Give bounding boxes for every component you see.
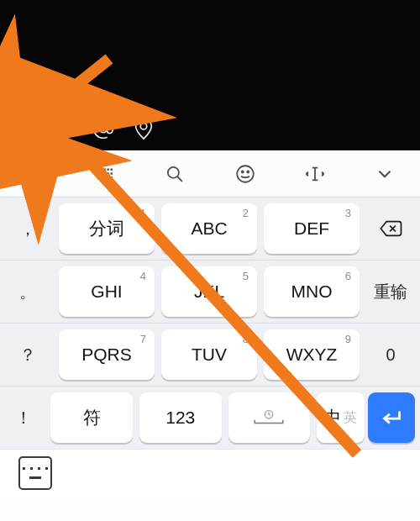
enter-key[interactable] (368, 392, 415, 443)
svg-point-21 (168, 166, 179, 177)
reinput-key[interactable]: 重输 (363, 260, 418, 323)
key-mno[interactable]: 6MNO (264, 266, 360, 317)
svg-rect-11 (107, 168, 108, 170)
keyboard-bottom-bar (0, 449, 420, 497)
at-icon[interactable] (91, 116, 116, 141)
key-wxyz[interactable]: 9WXYZ (264, 329, 360, 380)
keyboard: ， 1分词 2ABC 3DEF 。 4GHI 5JKL 6MNO 重输 ？ 7P… (0, 197, 420, 497)
key-def[interactable]: 3DEF (264, 203, 360, 254)
svg-rect-16 (107, 172, 108, 174)
svg-rect-17 (110, 172, 112, 174)
svg-point-2 (99, 124, 107, 132)
space-key[interactable] (228, 392, 311, 443)
compose-options-bar (0, 107, 420, 150)
dismiss-keyboard-icon[interactable] (18, 456, 52, 490)
empty-region (0, 0, 420, 107)
key-jkl[interactable]: 5JKL (161, 266, 257, 317)
key-fenci[interactable]: 1分词 (59, 203, 155, 254)
svg-rect-13 (97, 172, 98, 174)
cursor-icon[interactable] (280, 163, 349, 185)
symbol-key[interactable]: 符 (50, 392, 133, 443)
svg-point-24 (247, 171, 249, 172)
language-switch-key[interactable]: 中英 (317, 392, 364, 443)
grid-icon[interactable] (0, 163, 70, 185)
punct-comma-key[interactable]: ， (0, 197, 55, 260)
svg-point-3 (140, 123, 147, 129)
svg-point-23 (241, 171, 243, 172)
svg-rect-14 (100, 172, 102, 174)
punct-period-key[interactable]: 。 (0, 260, 55, 323)
svg-rect-0 (13, 121, 33, 139)
numeric-key[interactable]: 123 (139, 392, 222, 443)
svg-rect-18 (97, 176, 98, 178)
backspace-key[interactable] (363, 197, 418, 260)
key-abc[interactable]: 2ABC (161, 203, 257, 254)
chevron-down-icon[interactable] (350, 163, 420, 185)
svg-rect-4 (28, 166, 34, 172)
punct-exclaim-key[interactable]: ！ (0, 387, 47, 449)
key-tuv[interactable]: 8TUV (161, 329, 257, 380)
app-top-black-area (0, 0, 420, 150)
svg-point-22 (237, 166, 254, 182)
svg-rect-8 (97, 168, 98, 170)
svg-rect-7 (37, 175, 43, 181)
hashtag-tv-icon[interactable] (10, 116, 35, 141)
key-ghi[interactable]: 4GHI (59, 266, 155, 317)
svg-rect-20 (110, 176, 112, 178)
kaomoji-icon[interactable] (50, 116, 76, 141)
svg-rect-12 (110, 168, 112, 170)
svg-rect-9 (100, 168, 102, 170)
emoji-icon[interactable] (210, 163, 280, 185)
punct-question-key[interactable]: ？ (0, 324, 55, 386)
location-icon[interactable] (131, 116, 156, 141)
search-icon[interactable] (140, 163, 210, 185)
svg-rect-19 (100, 176, 109, 178)
svg-rect-6 (28, 175, 34, 181)
svg-rect-5 (37, 166, 43, 172)
key-pqrs[interactable]: 7PQRS (59, 329, 155, 380)
keyboard-tool-row (0, 150, 420, 197)
keyboard-layout-icon[interactable] (70, 163, 139, 185)
svg-point-1 (53, 118, 73, 139)
key-zero[interactable]: 0 (363, 324, 418, 386)
svg-rect-10 (103, 168, 105, 170)
svg-rect-15 (103, 172, 105, 174)
